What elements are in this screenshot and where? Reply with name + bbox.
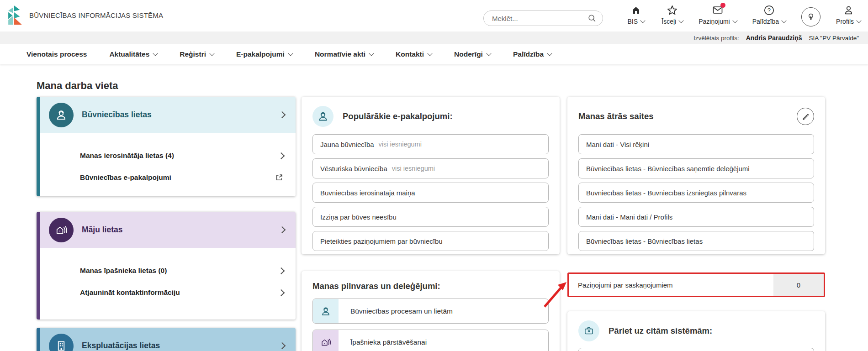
sidebar-item-maju-lietas[interactable]: Māju lietas <box>40 212 296 248</box>
menu-profile[interactable]: Profils <box>836 4 861 25</box>
menu-help-label: Palīdzība <box>752 18 779 25</box>
card-mandates: Manas pilnvaras un deleģējumi: Būvniecīb… <box>302 271 560 351</box>
notifications-approvals-count: 0 <box>773 274 824 296</box>
worker-icon <box>312 106 333 127</box>
app-title: BŪVNIECĪBAS INFORMĀCIJAS SISTĒMA <box>29 11 163 19</box>
profile-bar-label: Izvēlētais profils: <box>693 35 739 42</box>
profile-company: SIA "PV Pārvalde" <box>809 35 859 42</box>
sidebar-item-manas-ipasnieka-lietas[interactable]: Manas īpašnieka lietas (0) <box>40 260 296 282</box>
menu-help[interactable]: ? Palīdzība <box>752 4 786 25</box>
global-search <box>483 10 603 26</box>
section-title: Manas pilnvaras un deleģējumi: <box>312 281 549 291</box>
notification-badge <box>720 3 725 8</box>
chevron-right-icon <box>279 342 286 350</box>
chevron-down-icon <box>369 51 374 56</box>
right-column: Manas ātrās saites Mani dati - Visi rēķi… <box>567 97 825 351</box>
mandate-ipasnieka-parstavesanai[interactable]: Īpašnieka pārstāvēšanai <box>312 330 549 351</box>
nav-e-pakalpojumi[interactable]: E-pakalpojumi <box>236 50 292 58</box>
nav-palidziba[interactable]: Palīdzība <box>513 50 551 58</box>
search-input[interactable] <box>491 14 587 23</box>
sidebar-item-ekspluatacijas-lietas[interactable]: Ekspluatācijas lietas <box>40 328 296 351</box>
mandate-buvniecibas-procesam[interactable]: Būvniecības procesam un lietām <box>312 299 549 324</box>
card-maju-lietas: Māju lietas Manas īpašnieka lietas (0) A… <box>37 212 296 320</box>
menu-notifications-label: Paziņojumi <box>699 18 730 25</box>
nav-noderigi[interactable]: Noderīgi <box>454 50 491 58</box>
card-popular-eservices: Populārākie e-pakalpojumi: Jauna būvniec… <box>302 97 560 254</box>
chevron-down-icon <box>486 51 491 56</box>
sidebar-item-buvniecibas-lietas[interactable]: Būvniecības lietas <box>40 97 296 133</box>
idea-button[interactable] <box>801 7 820 26</box>
quick-link-izsniegtas-pilnvaras[interactable]: Būvniecības lietas - Būvniecības izsnieg… <box>578 183 814 203</box>
eservice-izzina-par-buves-neesibu[interactable]: Izziņa par būves neesību <box>312 207 549 227</box>
nav-registri[interactable]: Reģistri <box>180 50 214 58</box>
eservice-pieteikties-pazinojumiem[interactable]: Pieteikties paziņojumiem par būvniecību <box>312 231 549 251</box>
pencil-icon <box>801 112 810 120</box>
nav-kontakti[interactable]: Kontakti <box>396 50 432 58</box>
page-title: Mana darba vieta <box>37 80 118 92</box>
sidebar-column: Būvniecības lietas Manas ierosinātāja li… <box>37 97 296 351</box>
section-title: Populārākie e-pakalpojumi: <box>343 111 453 121</box>
chevron-down-icon <box>679 18 684 23</box>
svg-text:?: ? <box>767 7 771 13</box>
nav-normativie-akti[interactable]: Normatīvie akti <box>315 50 373 58</box>
card-buvniecibas-lietas: Būvniecības lietas Manas ierosinātāja li… <box>37 97 296 196</box>
search-icon[interactable] <box>587 13 597 23</box>
eservice-ierosinataja-maina[interactable]: Būvniecības ierosinātāja maiņa <box>312 183 549 203</box>
question-icon: ? <box>763 4 775 16</box>
menu-shortcuts-label: Īsceļi <box>662 18 676 25</box>
menu-bis[interactable]: BIS <box>626 4 646 25</box>
chevron-right-icon <box>278 289 285 296</box>
chevron-down-icon <box>640 18 645 23</box>
briefcase-icon <box>578 320 599 341</box>
envelope-icon <box>712 4 724 16</box>
worker-icon <box>313 299 339 323</box>
nav-vienotais-process[interactable]: Vienotais process <box>26 50 87 58</box>
menu-bis-label: BIS <box>628 18 638 25</box>
external-link-icon <box>275 173 284 182</box>
section-title: Pāriet uz citām sistēmām: <box>609 326 712 336</box>
card-quick-links: Manas ātrās saites Mani dati - Visi rēķi… <box>567 97 825 254</box>
chevron-down-icon <box>288 51 293 56</box>
chevron-down-icon <box>427 51 432 56</box>
edit-quick-links-button[interactable] <box>797 108 814 125</box>
chevron-right-icon <box>279 226 286 234</box>
star-icon <box>667 4 678 16</box>
worker-icon <box>49 103 74 127</box>
notifications-approvals-label: Paziņojumi par saskaņojumiem <box>569 274 773 296</box>
header-menu: BIS Īsceļi Paziņojumi ? Palīdzība <box>626 4 861 26</box>
main-nav: Vienotais process Aktualitātes Reģistri … <box>0 44 868 64</box>
quick-link-visi-rekini[interactable]: Mani dati - Visi rēķini <box>578 134 814 154</box>
quick-link-mani-dati-profils[interactable]: Mani dati - Mani dati / Profils <box>578 207 814 227</box>
chevron-down-icon <box>547 51 552 56</box>
eservice-vesturiska-buvnieciba[interactable]: Vēsturiska būvniecība visi iesniegumi <box>312 158 549 178</box>
section-title: Manas ātrās saites <box>578 111 654 121</box>
sidebar-item-manas-ierosinataja-lietas[interactable]: Manas ierosinātāja lietas (4) <box>40 145 296 167</box>
chevron-down-icon <box>209 51 214 56</box>
chevron-down-icon <box>781 18 786 23</box>
app-header: BŪVNIECĪBAS INFORMĀCIJAS SISTĒMA BIS Īsc… <box>0 0 868 31</box>
menu-notifications[interactable]: Paziņojumi <box>699 4 736 25</box>
chevron-down-icon <box>732 18 737 23</box>
eservice-jauna-buvnieciba[interactable]: Jauna būvniecība visi iesniegumi <box>312 134 549 154</box>
quick-link-buvniecibas-lietas[interactable]: Būvniecības lietas - Būvniecības lietas <box>578 231 814 251</box>
house-icon <box>313 330 339 351</box>
menu-shortcuts[interactable]: Īsceļi <box>662 4 683 25</box>
chevron-down-icon <box>153 51 158 56</box>
profile-bar: Izvēlētais profils: Andris Paraudziņš SI… <box>0 31 868 44</box>
card-title: Māju lietas <box>82 225 280 235</box>
profile-name[interactable]: Andris Paraudziņš <box>746 34 802 42</box>
house-icon <box>49 218 74 242</box>
nav-aktualitates[interactable]: Aktualitātes <box>109 50 157 58</box>
sidebar-item-buvniecibas-e-pakalpojumi[interactable]: Būvniecības e-pakalpojumi <box>40 167 296 189</box>
card-title: Ekspluatācijas lietas <box>82 341 280 351</box>
sidebar-item-atjauninat-kontaktinformaciju[interactable]: Atjaunināt kontaktinformāciju <box>40 282 296 304</box>
notifications-approvals-row[interactable]: Paziņojumi par saskaņojumiem 0 <box>567 272 825 297</box>
other-system-link[interactable] <box>578 348 814 351</box>
chevron-right-icon <box>278 152 285 159</box>
chevron-right-icon <box>278 267 285 274</box>
menu-profile-label: Profils <box>836 18 854 25</box>
center-column: Populārākie e-pakalpojumi: Jauna būvniec… <box>302 97 560 351</box>
app-logo[interactable]: BŪVNIECĪBAS INFORMĀCIJAS SISTĒMA <box>8 5 163 25</box>
lightbulb-icon <box>806 12 816 22</box>
quick-link-sanemtie-delegejumi[interactable]: Būvniecības lietas - Būvniecības saņemti… <box>578 158 814 178</box>
